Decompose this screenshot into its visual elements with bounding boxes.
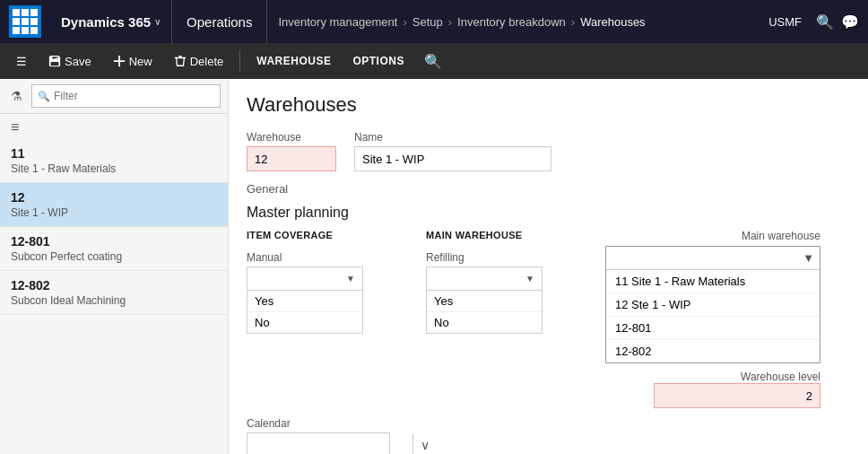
calendar-row: Calendar ∨ [247,417,850,454]
sidebar: ⚗ 🔍 ≡ 11 Site 1 - Raw Materials 12 Site … [0,79,229,454]
hamburger-button[interactable]: ☰ [7,47,36,75]
item-coverage-header: ITEM COVERAGE [247,230,399,244]
name-field: Name [354,131,551,171]
manual-dropdown-arrow-icon: ▼ [346,274,355,284]
refilling-dropdown-arrow-icon: ▼ [525,274,534,284]
mw-option-12[interactable]: 12 Ste 1 - WIP [606,293,820,317]
name-label: Name [354,131,551,144]
main-warehouse-dropdown-header[interactable]: ▼ [606,247,820,270]
breadcrumb-item-4: Warehouses [580,15,646,29]
mw-option-11[interactable]: 11 Site 1 - Raw Materials [606,270,820,293]
mw-option-12-801[interactable]: 12-801 [606,317,820,340]
manual-label: Manual [247,251,399,264]
filter-toggle-button[interactable]: ⚗ [7,87,26,105]
new-icon [113,55,126,67]
main-warehouse-arrow-icon: ▼ [803,251,814,265]
warehouse-level-input[interactable] [654,383,820,408]
warehouse-list: 11 Site 1 - Raw Materials 12 Site 1 - WI… [0,139,228,454]
list-item-11-title: 11 [11,146,217,161]
page-title: Warehouses [247,93,850,117]
list-item-12-801-sub: Subcon Perfect coating [11,250,217,263]
calendar-input-wrap[interactable]: ∨ [247,432,390,454]
refilling-no-option[interactable]: No [427,312,542,333]
toolbar-divider [239,50,240,72]
warehouse-field: Warehouse [247,131,336,171]
global-search-icon[interactable]: 🔍 [816,13,834,31]
manual-dropdown-header[interactable]: ▼ [247,267,362,291]
options-menu-button[interactable]: OPTIONS [343,47,413,75]
filter-input-wrap[interactable]: 🔍 [31,84,221,108]
main-warehouse-right-col: Main warehouse ▼ 11 Site 1 - Raw Materia… [605,230,820,408]
filter-search-icon: 🔍 [38,91,50,102]
master-planning-title: Master planning [247,205,850,221]
warehouse-name-row: Warehouse Name [247,131,850,171]
manual-dropdown[interactable]: ▼ Yes No [247,266,363,334]
content-area: Warehouses Warehouse Name General Master… [229,79,868,454]
company-label: USMF [768,15,802,29]
save-icon [48,55,61,67]
brand-chevron-icon: ∨ [154,17,161,27]
toolbar-search-button[interactable]: 🔍 [424,53,442,70]
toolbar: ☰ Save New Delete WAREHOUSE OPTIONS 🔍 [0,43,868,79]
refilling-label: Refilling [426,251,578,264]
breadcrumb: Inventory management › Setup › Inventory… [267,15,768,29]
manual-yes-option[interactable]: Yes [247,291,362,312]
warehouse-menu-button[interactable]: WAREHOUSE [247,47,340,75]
list-item-12-801[interactable]: 12-801 Subcon Perfect coating [0,227,228,271]
list-item-11-sub: Site 1 - Raw Materials [11,162,217,175]
top-navigation: Dynamics 365 ∨ Operations Inventory mana… [0,0,868,43]
master-planning-grid: ITEM COVERAGE Manual ▼ Yes No [247,230,850,408]
waffle-menu[interactable] [9,5,41,38]
list-item-12-sub: Site 1 - WIP [11,206,217,219]
delete-button[interactable]: Delete [165,47,233,75]
calendar-input[interactable] [247,439,412,452]
item-coverage-col: ITEM COVERAGE Manual ▼ Yes No [247,230,399,408]
delete-icon [174,55,187,67]
sidebar-toolbar: ⚗ 🔍 [0,79,228,114]
chat-icon[interactable]: 💬 [841,13,859,31]
list-item-12-802-title: 12-802 [11,278,217,292]
main-layout: ⚗ 🔍 ≡ 11 Site 1 - Raw Materials 12 Site … [0,79,868,454]
warehouse-input[interactable] [247,146,336,171]
warehouse-level-label: Warehouse level [741,371,820,383]
breadcrumb-item-3[interactable]: Inventory breakdown [457,15,566,29]
module-label: Operations [172,0,267,43]
refilling-yes-option[interactable]: Yes [427,291,542,312]
calendar-label: Calendar [247,417,850,430]
filter-input[interactable] [54,90,214,102]
list-item-12-801-title: 12-801 [11,234,217,249]
main-warehouse-col: MAIN WAREHOUSE Refilling ▼ Yes No [426,230,578,408]
name-input[interactable] [354,146,551,171]
brand-link[interactable]: Dynamics 365 ∨ [50,0,172,43]
hamburger-icon: ☰ [16,55,27,68]
main-warehouse-header: MAIN WAREHOUSE [426,230,578,244]
list-item-11[interactable]: 11 Site 1 - Raw Materials [0,139,228,183]
warehouse-label: Warehouse [247,131,336,144]
brand-label: Dynamics 365 [61,14,151,30]
refilling-dropdown[interactable]: ▼ Yes No [426,266,542,334]
refilling-dropdown-header[interactable]: ▼ [427,267,542,291]
calendar-chevron-button[interactable]: ∨ [412,433,437,454]
main-warehouse-dropdown[interactable]: ▼ 11 Site 1 - Raw Materials 12 Ste 1 - W… [605,246,820,363]
new-button[interactable]: New [104,47,161,75]
calendar-field: Calendar ∨ [247,417,850,454]
sort-button[interactable]: ≡ [7,118,22,137]
list-item-12[interactable]: 12 Site 1 - WIP [0,183,228,227]
breadcrumb-item-2[interactable]: Setup [412,15,443,29]
manual-no-option[interactable]: No [247,312,362,333]
list-item-12-title: 12 [11,190,217,205]
mw-option-12-802[interactable]: 12-802 [606,340,820,362]
list-item-12-802[interactable]: 12-802 Subcon Ideal Machining [0,271,228,315]
list-item-12-802-sub: Subcon Ideal Machining [11,294,217,307]
breadcrumb-item-1[interactable]: Inventory management [278,15,397,29]
general-section-label: General [247,182,850,196]
save-button[interactable]: Save [39,47,100,75]
main-warehouse-col-label: Main warehouse [605,230,820,242]
